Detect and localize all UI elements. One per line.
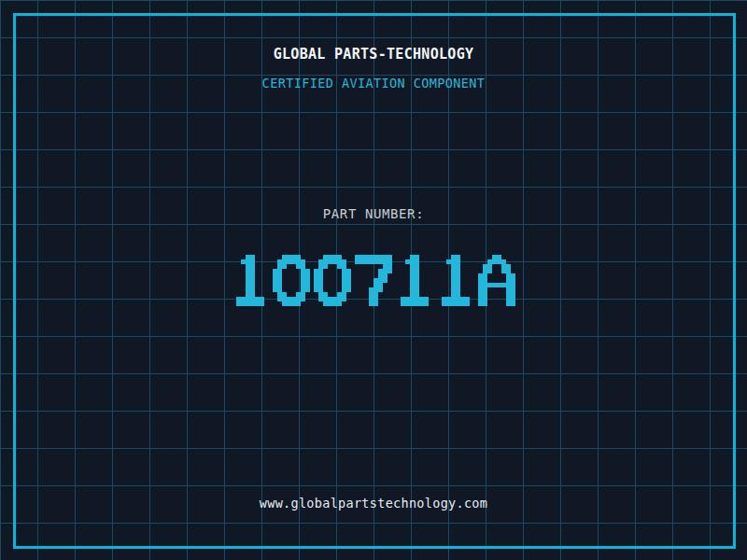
company-name: GLOBAL PARTS-TECHNOLOGY <box>0 46 747 63</box>
part-number-character <box>478 255 515 306</box>
part-number-character <box>232 255 269 306</box>
part-number-label: PART NUMBER: <box>0 206 747 221</box>
part-number-display <box>0 255 747 306</box>
part-certificate-label: GLOBAL PARTS-TECHNOLOGY CERTIFIED AVIATI… <box>0 0 747 560</box>
website-url: www.globalpartstechnology.com <box>0 496 747 511</box>
part-number-character <box>314 255 351 306</box>
part-number-character <box>437 255 474 306</box>
certification-text: CERTIFIED AVIATION COMPONENT <box>0 76 747 91</box>
part-number-character <box>355 255 392 306</box>
part-number-character <box>396 255 433 306</box>
part-number-character <box>273 255 310 306</box>
